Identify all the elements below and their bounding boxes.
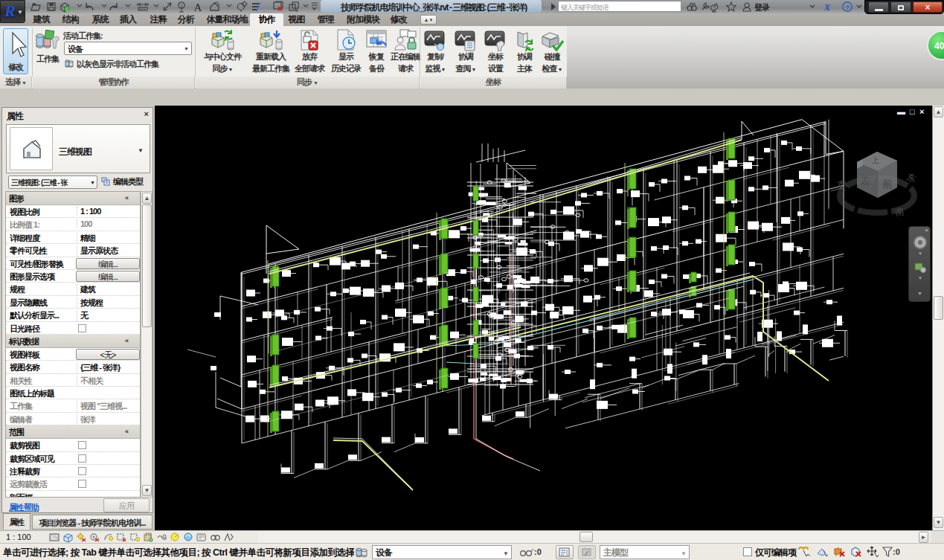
svg-text:西: 西 — [836, 178, 849, 191]
svg-text:上: 上 — [871, 156, 879, 164]
svg-text:X: X — [823, 1, 831, 13]
svg-text:?: ? — [845, 4, 850, 11]
svg-text:南: 南 — [894, 206, 905, 218]
svg-text:前: 前 — [882, 178, 893, 190]
svg-text:左: 左 — [861, 176, 870, 186]
